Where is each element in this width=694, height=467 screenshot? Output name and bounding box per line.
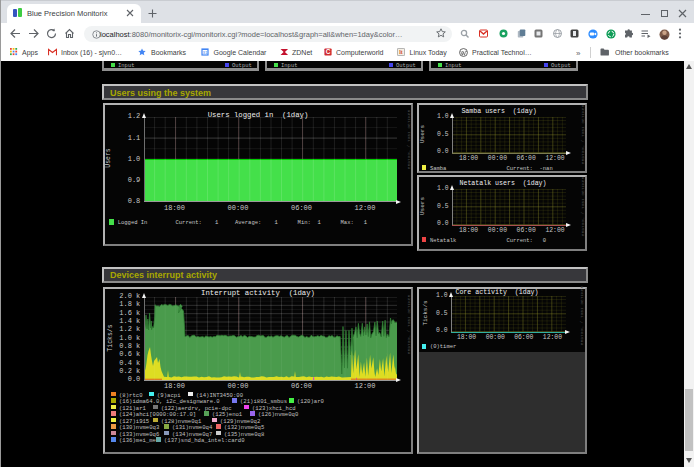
svg-text:31: 31 (203, 50, 208, 55)
svg-text:C: C (326, 48, 331, 55)
svg-text:lt: lt (399, 49, 403, 55)
